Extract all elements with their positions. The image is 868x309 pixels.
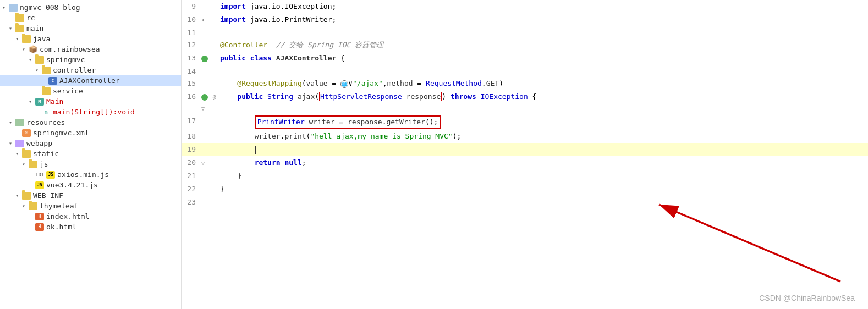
- tree-item-index-html[interactable]: H index.html: [0, 211, 181, 222]
- tree-label: main: [26, 24, 43, 32]
- line-number: 12: [182, 38, 201, 52]
- tree-item-service[interactable]: service: [0, 86, 181, 96]
- tree-item-ajax-controller[interactable]: C AJAXController: [0, 75, 181, 86]
- tree-item-main-class[interactable]: ▾ M Main: [0, 96, 181, 107]
- code-line-15: 15 @RequestMapping(value = 🌐∨"/ajax",met…: [182, 77, 868, 90]
- code-line-18: 18 writer.print("hell ajax,my name is Sp…: [182, 130, 868, 143]
- gutter: [201, 52, 217, 65]
- arrow-icon: ▾: [15, 36, 22, 42]
- folder-icon: [35, 56, 44, 64]
- tree-label: thymeleaf: [40, 202, 78, 210]
- watermark: CSDN @ChinaRainbowSea: [759, 294, 855, 302]
- folder-icon: [42, 67, 51, 74]
- tree-label: controller: [53, 66, 96, 74]
- code-editor[interactable]: 9 import java.io.IOException; 10 ⬇ impor…: [182, 0, 868, 309]
- tree-item-pkg[interactable]: ▾ 📦 com.rainbowsea: [0, 44, 181, 54]
- tree-item-ok-html[interactable]: H ok.html: [0, 222, 181, 232]
- js-icon: JS: [46, 171, 55, 179]
- module-icon: [9, 4, 18, 12]
- code-content: @Controller // 交给 Spring IOC 容器管理: [217, 38, 868, 52]
- tree-label: java: [33, 35, 50, 43]
- code-content: [217, 143, 868, 156]
- at-sign: @: [213, 94, 216, 100]
- gutter-icon-green: [201, 94, 208, 101]
- package-icon: 📦: [29, 46, 37, 53]
- line-number: 11: [182, 26, 201, 38]
- method-icon: m: [42, 108, 51, 116]
- tree-item-main-method[interactable]: m main(String[]):void: [0, 107, 181, 117]
- code-content: public class AJAXController {: [217, 52, 868, 65]
- tree-label: vue3.4.21.js: [46, 181, 98, 189]
- tree-item-src[interactable]: rc: [0, 13, 181, 23]
- tree-label: resources: [26, 118, 65, 126]
- folder-icon: [22, 35, 31, 43]
- code-content: import java.io.IOException;: [217, 0, 868, 13]
- folder-icon: [22, 192, 31, 200]
- gutter: [201, 77, 217, 90]
- tree-item-axios[interactable]: 101 JS axios.min.js: [0, 169, 181, 180]
- arrow-icon: ▾: [15, 192, 22, 198]
- code-line-16: 16 @ ▽ public String ajax(HttpServletRes…: [182, 90, 868, 114]
- tree-label: main(String[]):void: [53, 108, 135, 116]
- gutter: [201, 0, 217, 13]
- tree-label: springmvc: [46, 56, 85, 64]
- tree-item-thymeleaf[interactable]: ▾ thymeleaf: [0, 201, 181, 211]
- tree-item-springmvc[interactable]: ▾ springmvc: [0, 54, 181, 65]
- arrow-icon: ▾: [22, 46, 29, 52]
- folder-icon: [15, 14, 24, 22]
- tree-item-main[interactable]: ▾ main: [0, 23, 181, 34]
- tree-label: com.rainbowsea: [40, 45, 100, 53]
- arrow-icon: ▾: [29, 98, 35, 104]
- tree-item-static[interactable]: ▾ static: [0, 148, 181, 159]
- arrow-icon: ▾: [9, 119, 15, 125]
- code-line-9: 9 import java.io.IOException;: [182, 0, 868, 13]
- code-content: }: [217, 183, 868, 196]
- code-line-17: 17 PrintWriter writer = response.getWrit…: [182, 114, 868, 130]
- tree-item-webinf[interactable]: ▾ WEB-INF: [0, 190, 181, 201]
- gutter: [201, 130, 217, 143]
- cursor: [255, 146, 256, 154]
- tree-item-resources[interactable]: ▾ resources: [0, 117, 181, 128]
- arrow-icon: ▾: [29, 57, 35, 63]
- arrow-icon: ▾: [35, 67, 42, 73]
- tree-item-vue[interactable]: JS vue3.4.21.js: [0, 180, 181, 190]
- tree-item-webapp[interactable]: ▾ webapp: [0, 138, 181, 148]
- line-number: 17: [182, 114, 201, 130]
- breakpoint-icon: [201, 56, 208, 62]
- line-number: 19: [182, 143, 201, 156]
- tree-label: webapp: [26, 139, 52, 147]
- html-icon: H: [35, 213, 44, 220]
- code-content: [217, 65, 868, 77]
- line-number: 13: [182, 52, 201, 65]
- code-content: writer.print("hell ajax,my name is Sprin…: [217, 130, 868, 143]
- tree-item-js[interactable]: ▾ js: [0, 159, 181, 169]
- gutter: [201, 114, 217, 130]
- tree-item-root[interactable]: ▾ ngmvc-008-blog: [0, 2, 181, 13]
- chevron-down: ▽: [201, 106, 205, 112]
- gutter: [201, 65, 217, 77]
- code-content: }: [217, 169, 868, 183]
- folder-icon: [29, 202, 37, 210]
- code-line-23: 23: [182, 196, 868, 208]
- folder-icon: [22, 150, 31, 158]
- gutter: [201, 196, 217, 208]
- tree-item-controller[interactable]: ▾ controller: [0, 65, 181, 75]
- line-number: 22: [182, 183, 201, 196]
- line-num-badge: 101: [35, 172, 44, 178]
- gutter: [201, 183, 217, 196]
- arrow-icon: ▾: [15, 151, 22, 157]
- tree-item-java[interactable]: ▾ java: [0, 34, 181, 44]
- line-number: 20: [182, 156, 201, 169]
- line-number: 10: [182, 13, 201, 26]
- class-icon: C: [48, 77, 57, 85]
- code-line-11: 11: [182, 26, 868, 38]
- webapp-icon: [15, 140, 24, 147]
- tree-item-springmvc-xml[interactable]: ≋ springmvc.xml: [0, 128, 181, 138]
- resources-icon: [15, 119, 24, 126]
- collapse-icon: ▽: [201, 160, 205, 166]
- code-content: public String ajax(HttpServletResponse r…: [217, 90, 868, 114]
- file-tree-sidebar: ▾ ngmvc-008-blog rc ▾ main ▾ java ▾ 📦 co…: [0, 0, 182, 309]
- js-icon: JS: [35, 181, 44, 189]
- code-content: [217, 26, 868, 38]
- gutter: [201, 169, 217, 183]
